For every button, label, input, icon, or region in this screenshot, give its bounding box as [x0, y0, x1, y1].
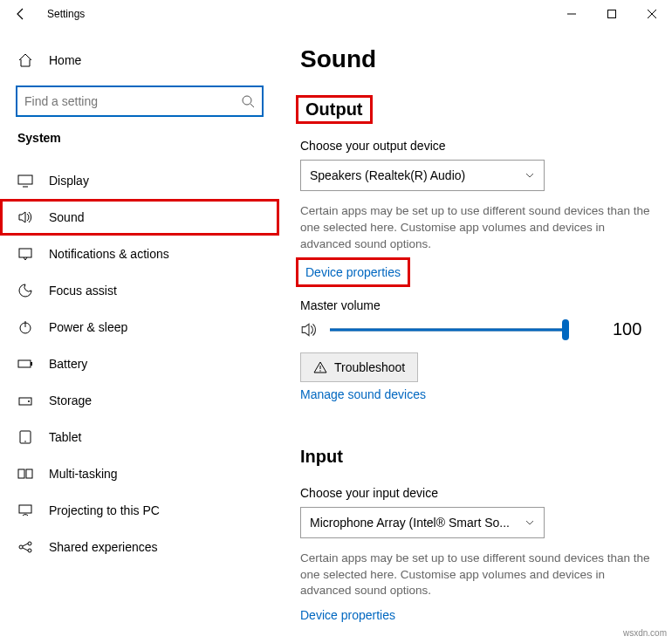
svg-rect-10 — [31, 362, 32, 366]
troubleshoot-button[interactable]: Troubleshoot — [300, 352, 418, 382]
input-heading: Input — [300, 447, 343, 467]
titlebar: Settings — [0, 0, 672, 28]
volume-icon[interactable] — [300, 321, 318, 339]
master-volume-label: Master volume — [300, 298, 655, 312]
chevron-down-icon — [525, 517, 535, 528]
maximize-button[interactable] — [592, 0, 632, 28]
svg-point-18 — [19, 545, 23, 549]
troubleshoot-label: Troubleshoot — [334, 360, 405, 374]
svg-rect-1 — [608, 10, 616, 18]
sidebar-item-sound[interactable]: Sound — [0, 199, 279, 236]
page-title: Sound — [300, 45, 655, 73]
sidebar-item-tablet[interactable]: Tablet — [0, 419, 279, 455]
home-icon — [17, 52, 35, 68]
search-icon — [241, 94, 255, 108]
sidebar-item-label: Focus assist — [49, 284, 117, 298]
display-icon — [17, 173, 35, 188]
svg-point-14 — [24, 441, 26, 442]
sidebar: Home System Display Sound Notifications … — [0, 28, 279, 643]
power-icon — [17, 319, 35, 335]
sidebar-item-projecting[interactable]: Projecting to this PC — [0, 492, 279, 529]
sidebar-item-label: Tablet — [49, 430, 81, 444]
watermark: wsxdn.com — [623, 628, 667, 638]
search-input[interactable] — [24, 94, 241, 108]
volume-value: 100 — [613, 319, 641, 339]
svg-rect-17 — [19, 505, 31, 513]
sidebar-item-multitasking[interactable]: Multi-tasking — [0, 455, 279, 492]
volume-slider[interactable] — [330, 319, 566, 340]
output-device-select[interactable]: Speakers (Realtek(R) Audio) — [300, 160, 545, 191]
slider-thumb[interactable] — [562, 319, 569, 340]
svg-rect-16 — [26, 469, 32, 478]
svg-point-2 — [243, 96, 251, 105]
svg-point-12 — [28, 400, 30, 402]
sidebar-item-shared-experiences[interactable]: Shared experiences — [0, 529, 279, 565]
sidebar-item-display[interactable]: Display — [0, 162, 279, 199]
storage-icon — [17, 393, 35, 408]
sidebar-item-focus-assist[interactable]: Focus assist — [0, 272, 279, 309]
warning-icon — [313, 360, 327, 374]
input-device-properties-link[interactable]: Device properties — [300, 608, 395, 622]
sidebar-item-storage[interactable]: Storage — [0, 382, 279, 419]
close-button[interactable] — [632, 0, 672, 28]
svg-line-3 — [250, 104, 254, 107]
main-content: Sound Output Choose your output device S… — [279, 28, 672, 643]
svg-rect-15 — [18, 469, 24, 478]
svg-rect-4 — [18, 175, 32, 184]
manage-sound-devices-link[interactable]: Manage sound devices — [300, 387, 426, 401]
svg-point-22 — [319, 370, 320, 371]
battery-icon — [17, 356, 35, 372]
projecting-icon — [17, 503, 35, 518]
window-controls — [552, 0, 672, 28]
sidebar-item-label: Projecting to this PC — [49, 503, 160, 517]
svg-rect-6 — [19, 249, 31, 257]
sidebar-item-label: Multi-tasking — [49, 467, 118, 481]
shared-icon — [17, 539, 35, 555]
window-title: Settings — [47, 8, 85, 20]
search-box[interactable] — [16, 86, 264, 117]
sidebar-item-label: Shared experiences — [49, 540, 158, 554]
sidebar-item-power-sleep[interactable]: Power & sleep — [0, 309, 279, 345]
output-device-label: Choose your output device — [300, 139, 655, 153]
svg-point-20 — [28, 549, 31, 552]
sidebar-item-label: Notifications & actions — [49, 247, 169, 261]
output-help-text: Certain apps may be set up to use differ… — [300, 203, 655, 253]
back-button[interactable] — [10, 3, 31, 24]
output-heading: Output — [300, 99, 368, 120]
output-device-selected: Speakers (Realtek(R) Audio) — [310, 168, 465, 182]
svg-point-19 — [28, 542, 31, 545]
input-device-select[interactable]: Microphone Array (Intel® Smart So... — [300, 507, 545, 538]
sidebar-item-label: Battery — [49, 357, 87, 371]
home-label: Home — [49, 53, 81, 67]
input-device-selected: Microphone Array (Intel® Smart So... — [310, 516, 510, 530]
sidebar-item-label: Power & sleep — [49, 320, 127, 334]
sidebar-item-battery[interactable]: Battery — [0, 345, 279, 382]
focus-assist-icon — [17, 283, 35, 298]
minimize-button[interactable] — [552, 0, 592, 28]
sidebar-item-label: Storage — [49, 393, 92, 407]
multitasking-icon — [17, 466, 35, 482]
nav-list: Display Sound Notifications & actions Fo… — [0, 162, 279, 565]
sidebar-item-label: Display — [49, 174, 89, 188]
sidebar-item-label: Sound — [49, 210, 84, 224]
sound-icon — [17, 209, 35, 225]
sidebar-item-notifications[interactable]: Notifications & actions — [0, 236, 279, 272]
chevron-down-icon — [525, 170, 535, 181]
output-device-properties-link[interactable]: Device properties — [300, 262, 406, 283]
tablet-icon — [17, 429, 35, 445]
notifications-icon — [17, 246, 35, 262]
svg-rect-9 — [18, 360, 31, 367]
category-label: System — [0, 131, 279, 154]
input-help-text: Certain apps may be set up to use differ… — [300, 551, 655, 600]
home-link[interactable]: Home — [0, 45, 279, 75]
input-device-label: Choose your input device — [300, 486, 655, 500]
